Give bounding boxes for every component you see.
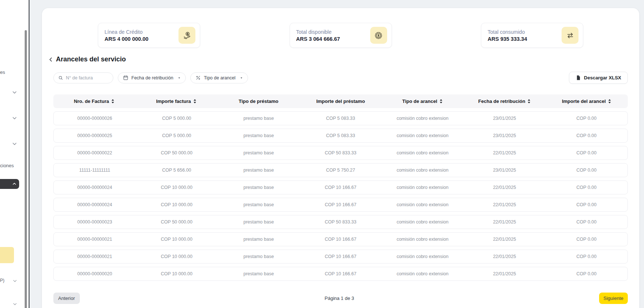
- column-header-fecha-de-retribuci-n[interactable]: Fecha de retribución: [464, 99, 546, 104]
- card-label: Línea de Crédito: [105, 29, 148, 35]
- table-cell: prestamo base: [217, 202, 300, 207]
- calendar-icon: [123, 75, 128, 80]
- table-cell: 23/01/2025: [464, 116, 546, 121]
- table-row[interactable]: 00000-00000024COP 10 000.00prestamo base…: [53, 198, 628, 212]
- column-label: Importe del préstamo: [316, 99, 365, 104]
- table-cell: 22/01/2025: [464, 150, 546, 155]
- table-cell: COP 10 000.00: [136, 202, 218, 207]
- chevron-left-icon[interactable]: [48, 57, 54, 62]
- sidebar: es ciones P): [0, 0, 29, 308]
- table-cell: 00000-00000023: [54, 219, 136, 225]
- table-cell: 23/01/2025: [464, 168, 546, 173]
- table-row[interactable]: 00000-00000026COP 5 000.00prestamo baseC…: [53, 111, 628, 125]
- table-row[interactable]: 00000-00000021COP 10 000.00prestamo base…: [53, 232, 628, 246]
- table-cell: 00000-00000026: [54, 116, 136, 121]
- sort-icon: [527, 99, 531, 104]
- table-cell: COP 0.00: [545, 271, 627, 276]
- table-row[interactable]: 00000-00000021COP 10 000.00prestamo base…: [53, 250, 628, 264]
- sidebar-item-active-highlight[interactable]: [0, 247, 14, 263]
- next-page-button[interactable]: Siguiente: [599, 293, 628, 304]
- column-header-tipo-de-arancel[interactable]: Tipo de arancel: [382, 99, 464, 104]
- table-row[interactable]: 00000-00000020COP 10 000.00prestamo base…: [53, 267, 628, 281]
- table-cell: 00000-00000024: [54, 185, 136, 190]
- table-cell: 22/01/2025: [464, 185, 546, 190]
- chevron-down-icon[interactable]: [11, 89, 18, 96]
- table-cell: 00000-00000021: [54, 237, 136, 242]
- previous-page-button[interactable]: Anterior: [53, 293, 80, 304]
- table-cell: 23/01/2025: [464, 133, 546, 138]
- app-screen: es ciones P) Línea de Crédito ARS 4 000 …: [0, 0, 644, 308]
- type-filter-label: Tipo de arancel: [204, 75, 236, 80]
- chevron-down-icon[interactable]: [11, 115, 18, 121]
- table-cell: COP 5 656.00: [136, 168, 218, 173]
- card-value: ARS 935 333.34: [488, 36, 527, 42]
- table-cell: COP 0.00: [545, 254, 627, 259]
- column-header-tipo-de-pr-stamo: Tipo de préstamo: [217, 99, 300, 104]
- table-cell: COP 10 000.00: [136, 254, 218, 259]
- table-cell: COP 10 000.00: [136, 237, 218, 242]
- table-row[interactable]: 00000-00000025COP 5 000.00prestamo baseC…: [53, 129, 628, 143]
- table-cell: prestamo base: [217, 168, 300, 173]
- chevron-up-icon: [12, 181, 17, 186]
- table-cell: 00000-00000022: [54, 150, 136, 155]
- table-cell: COP 5 083.33: [300, 133, 382, 138]
- table-cell: prestamo base: [217, 150, 300, 155]
- sort-icon: [439, 99, 443, 104]
- table-row[interactable]: 11111-11111111COP 5 656.00prestamo baseC…: [53, 163, 628, 177]
- search-icon: [58, 75, 63, 80]
- table-row[interactable]: 00000-00000024COP 10 000.00prestamo base…: [53, 180, 628, 194]
- chevron-down-icon[interactable]: [12, 278, 18, 284]
- table-row[interactable]: 00000-00000022COP 50 000.00prestamo base…: [53, 146, 628, 160]
- sidebar-item-label: P): [0, 278, 4, 283]
- table-cell: 00000-00000020: [54, 271, 136, 276]
- page-header: Aranceles del servicio: [48, 55, 628, 63]
- table-cell: COP 10 000.00: [136, 271, 218, 276]
- chevron-down-icon[interactable]: [11, 141, 18, 147]
- column-header-importe-del-arancel[interactable]: Importe del arancel: [546, 99, 628, 104]
- pagination: Anterior Página 1 de 3 Siguiente: [53, 293, 628, 304]
- table-cell: comisión cobro extension: [382, 237, 464, 242]
- sidebar-item-expanded[interactable]: [0, 179, 19, 189]
- card-label: Total disponible: [296, 29, 340, 35]
- transfer-arrows-icon: [562, 27, 578, 44]
- table-cell: comisión cobro extension: [382, 254, 464, 259]
- search-input[interactable]: [66, 75, 109, 80]
- type-filter-button[interactable]: Tipo de arancel: [190, 72, 248, 83]
- table-cell: 22/01/2025: [464, 219, 546, 225]
- table-cell: COP 10 166.67: [300, 271, 382, 276]
- table-cell: comisión cobro extension: [382, 185, 464, 190]
- table-cell: COP 10 166.67: [300, 185, 382, 190]
- date-filter-button[interactable]: Fecha de retribución: [118, 72, 186, 83]
- table-cell: comisión cobro extension: [382, 133, 464, 138]
- table-cell: comisión cobro extension: [382, 202, 464, 207]
- coin-icon: [370, 27, 387, 44]
- table-cell: COP 50 000.00: [136, 219, 218, 225]
- table-cell: prestamo base: [217, 237, 300, 242]
- chevron-down-icon[interactable]: [12, 301, 18, 307]
- table-cell: COP 0.00: [545, 133, 627, 138]
- column-header-importe-factura[interactable]: Importe factura: [135, 99, 217, 104]
- download-xlsx-button[interactable]: Descargar XLSX: [569, 72, 628, 84]
- table-cell: COP 0.00: [545, 202, 627, 207]
- column-label: Nro. de Factura: [74, 99, 109, 104]
- column-header-nro-de-factura[interactable]: Nro. de Factura: [53, 99, 135, 104]
- sidebar-scrollbar-thumb[interactable]: [25, 30, 27, 308]
- table-header: Nro. de FacturaImporte facturaTipo de pr…: [53, 94, 628, 108]
- total-consumed-card: Total consumido ARS 935 333.34: [481, 23, 583, 48]
- table-cell: COP 50 833.33: [300, 150, 382, 155]
- caret-down-icon: [177, 76, 181, 80]
- summary-cards-row: Línea de Crédito ARS 4 000 000.00 Total …: [53, 23, 628, 48]
- table-cell: comisión cobro extension: [382, 219, 464, 225]
- table-cell: 22/01/2025: [464, 254, 546, 259]
- table-cell: 11111-11111111: [54, 168, 136, 173]
- table-row[interactable]: 00000-00000023COP 50 000.00prestamo base…: [53, 215, 628, 229]
- column-label: Tipo de préstamo: [238, 99, 278, 104]
- caret-down-icon: [240, 76, 243, 80]
- table-cell: COP 0.00: [545, 185, 627, 190]
- column-label: Importe factura: [156, 99, 191, 104]
- card-value: ARS 4 000 000.00: [105, 36, 148, 42]
- table-cell: 22/01/2025: [464, 271, 546, 276]
- table-cell: COP 5 083.33: [300, 116, 382, 121]
- hand-coin-icon: [178, 27, 195, 44]
- table-cell: 00000-00000021: [54, 254, 136, 259]
